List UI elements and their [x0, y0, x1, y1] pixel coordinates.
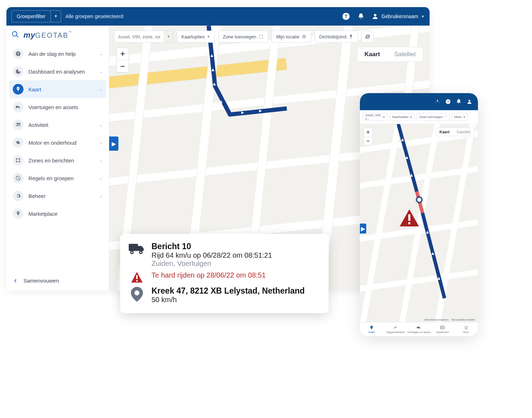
nav-vehicles[interactable]: Voertuigen en assets	[9, 98, 106, 116]
phone-nav-dashboard[interactable]: Dashboard	[431, 322, 454, 336]
nav-label: Motor en onderhoud	[28, 140, 76, 146]
org-icon[interactable]	[435, 99, 440, 104]
phone-options[interactable]: Kaartopties▼	[390, 113, 415, 121]
refresh-icon	[365, 34, 371, 39]
nav-map[interactable]: Kaart ⌄	[9, 80, 106, 98]
nav-label: Zones en berichten	[28, 157, 74, 164]
nav-label: Aan de slag en help	[28, 51, 76, 57]
top-bar: Groepenfilter ▼ Alle groepen geselecteer…	[6, 7, 430, 26]
user-icon[interactable]	[467, 99, 472, 104]
map-search[interactable]: ▼	[114, 31, 173, 43]
phone-nav-map[interactable]: Kaart	[360, 322, 383, 336]
nav-label: Marketplace	[28, 211, 58, 217]
pin-icon	[349, 34, 353, 39]
help-icon[interactable]: ?	[445, 99, 451, 104]
truck-icon	[129, 242, 145, 268]
warning-icon	[129, 271, 145, 283]
zoom-in-button[interactable]: +	[364, 128, 372, 136]
collapse-sidebar[interactable]: Samenvouwen	[9, 273, 106, 291]
chevron-down-icon: ⌄	[99, 52, 102, 56]
sidebar: myGEOTAB™ ? Aan de slag en help ⌄ Dashbo…	[6, 26, 109, 291]
svg-rect-37	[136, 275, 138, 279]
svg-point-36	[140, 252, 142, 253]
info-card: Bericht 10 Rijd 64 km/u op 06/28/22 om 0…	[120, 234, 329, 313]
map-toolbar: ▼ Kaartopties▼ Zone toevoegen Mijn locat…	[114, 31, 374, 43]
phone-nav-more[interactable]: Meer	[454, 322, 478, 336]
map-type-map[interactable]: Kaart	[436, 128, 453, 136]
svg-text:?: ?	[17, 52, 19, 55]
chevron-down-icon: ▼	[207, 35, 210, 38]
zoom-control: + −	[116, 48, 129, 73]
chevron-down-icon: ⌄	[99, 69, 102, 74]
phone-map[interactable]: + − Kaart Satelliet ▶ Gebruiksvoorwaarde…	[360, 124, 478, 323]
zones-icon	[13, 155, 23, 166]
my-location-button[interactable]: Mijn locatie	[272, 31, 311, 43]
info-title: Bericht 10	[151, 242, 272, 251]
chevron-down-icon: ▼	[421, 15, 425, 18]
left-drawer-tab[interactable]: ▶	[109, 136, 118, 151]
nearest-button[interactable]: Dichtstbijzind	[315, 31, 358, 43]
map-type-toggle: Kaart Satelliet	[357, 47, 423, 62]
nav-label: Voertuigen en assets	[28, 104, 78, 110]
zoom-out-button[interactable]: −	[117, 60, 129, 72]
help-icon[interactable]: ?	[342, 12, 350, 21]
phone-more[interactable]: Meer▼	[452, 113, 468, 121]
info-line1: Rijd 64 km/u op 06/28/22 om 08:51:21	[151, 251, 272, 259]
search-icon[interactable]	[11, 31, 19, 40]
chevron-down-icon: ⌄	[99, 176, 102, 181]
bell-icon[interactable]	[357, 12, 365, 21]
chevron-left-icon	[13, 278, 18, 283]
nav-rules[interactable]: Regels en groepen ⌄	[9, 169, 106, 187]
phone-search[interactable]: Asset, VIN, z...▼	[363, 113, 388, 121]
svg-point-2	[374, 14, 376, 16]
zoom-in-button[interactable]: +	[117, 48, 129, 60]
map-type-satellite[interactable]: Satelliet	[387, 47, 423, 61]
report-map-error-link[interactable]: Een kaartfout melden	[451, 318, 475, 321]
nav-label: Kaart	[28, 86, 41, 92]
bell-icon[interactable]	[456, 99, 462, 104]
phone-nav-vehicles[interactable]: Voertuigen en assets	[407, 322, 431, 336]
map-type-map[interactable]: Kaart	[357, 47, 387, 61]
phone-bottom-nav: Kaart Tripgeschiedenis Voertuigen en ass…	[360, 322, 478, 336]
chevron-down-icon: ⌄	[99, 158, 102, 163]
nav-marketplace[interactable]: Marketplace	[9, 205, 106, 223]
add-zone-button[interactable]: Zone toevoegen	[218, 31, 268, 43]
phone-toolbar: Asset, VIN, z...▼ Kaartopties▼ Zone toev…	[360, 110, 478, 124]
svg-rect-31	[441, 326, 445, 329]
info-speed: 50 km/h	[151, 296, 305, 304]
svg-rect-29	[408, 214, 410, 221]
nav-activity[interactable]: Activiteit ⌄	[9, 116, 106, 134]
nav-engine[interactable]: Motor en onderhoud ⌄	[9, 134, 106, 151]
current-position-marker	[416, 197, 422, 203]
zoom-out-button[interactable]: −	[364, 136, 372, 145]
terms-link[interactable]: Gebruiksvoorwaarden	[424, 318, 448, 321]
nav-zones[interactable]: Zones en berichten ⌄	[9, 151, 106, 169]
map-options-dropdown[interactable]: Kaartopties▼	[177, 31, 215, 43]
help-filled-icon: ?	[13, 48, 23, 59]
map-type-satellite[interactable]: Satelliet	[453, 128, 474, 136]
phone-nav-trips[interactable]: Tripgeschiedenis	[383, 322, 407, 336]
nav-admin[interactable]: Beheer ⌄	[9, 187, 106, 205]
location-pin-icon	[129, 286, 145, 304]
phone-maptype: Kaart Satelliet	[436, 128, 474, 136]
group-filter-dropdown[interactable]: Groepenfilter ▼	[11, 10, 61, 22]
chevron-down-icon: ⌄	[99, 140, 102, 145]
refresh-button[interactable]	[362, 31, 374, 43]
chart-icon	[13, 66, 23, 77]
phone-map-footer: Gebruiksvoorwaarden Een kaartfout melden	[424, 318, 475, 321]
nav-dashboard[interactable]: Dashboard en analysen ⌄	[9, 63, 106, 80]
info-alert: Te hard rijden op 28/06/22 om 08:51	[151, 271, 266, 279]
user-menu[interactable]: Gebruikersnaam ▼	[372, 13, 425, 20]
phone-add-zone[interactable]: Zone toevoegen	[417, 113, 449, 121]
marketplace-icon	[13, 208, 23, 219]
svg-point-19	[350, 38, 352, 38]
nav-getting-started[interactable]: ? Aan de slag en help ⌄	[9, 45, 106, 63]
gear-icon	[13, 191, 23, 201]
nav-label: Beheer	[28, 193, 46, 199]
phone-drawer-tab[interactable]: ▶	[360, 224, 366, 234]
map-search-input[interactable]	[114, 31, 164, 43]
svg-text:?: ?	[344, 14, 347, 19]
svg-rect-30	[408, 222, 410, 224]
chevron-down-icon[interactable]: ▼	[164, 31, 173, 43]
svg-rect-32	[129, 244, 138, 251]
